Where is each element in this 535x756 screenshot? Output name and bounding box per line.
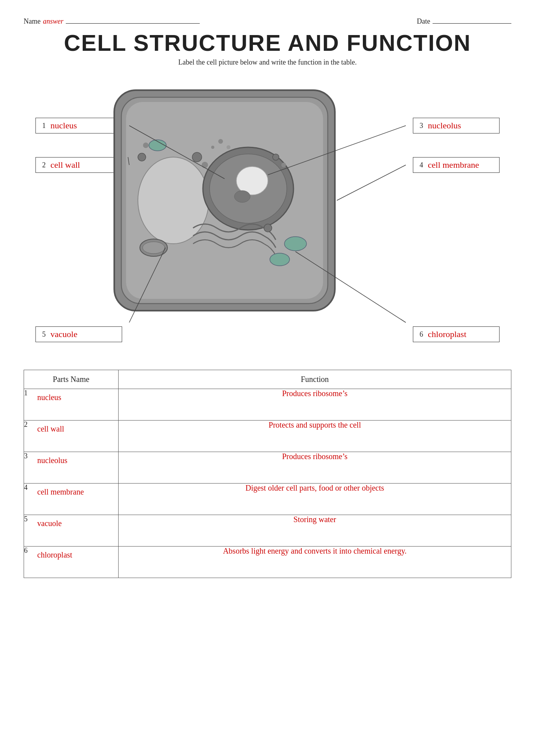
label-num-3: 3 [420, 122, 423, 130]
row-function-4: Digest older cell parts, food or other o… [119, 484, 511, 515]
row-function-2: Protects and supports the cell [119, 421, 511, 452]
row-num-3: 3 [24, 452, 36, 484]
row-name-3: nucleolus [37, 456, 68, 465]
svg-line-26 [337, 165, 406, 200]
name-underline [66, 16, 200, 24]
row-name-cell-1: nucleus [36, 389, 119, 421]
table-row: 2 cell wall Protects and supports the ce… [24, 421, 511, 452]
name-label: Name [24, 17, 41, 26]
svg-point-16 [143, 143, 149, 148]
date-underline [433, 16, 511, 24]
svg-point-21 [227, 145, 230, 149]
date-section: Date [417, 16, 511, 26]
label-box-2: 2 cell wall [35, 157, 122, 173]
svg-point-18 [270, 253, 290, 266]
label-box-4: 4 cell membrane [413, 157, 500, 173]
row-name-cell-4: cell membrane [36, 484, 119, 515]
svg-point-6 [236, 167, 268, 195]
svg-line-24 [128, 157, 129, 165]
label-num-2: 2 [42, 161, 46, 169]
svg-point-5 [210, 154, 287, 223]
page-subtitle: Label the cell picture below and write t… [24, 58, 511, 67]
svg-point-8 [140, 239, 167, 256]
header: Name answer Date [24, 16, 511, 26]
row-name-5: vacuole [37, 519, 62, 528]
col-header-function: Function [119, 370, 511, 389]
table-row: 5 vacuole Storing water [24, 515, 511, 547]
row-name-cell-5: vacuole [36, 515, 119, 547]
label-box-6: 6 chloroplast [413, 326, 500, 342]
svg-point-13 [273, 154, 279, 160]
row-function-6: Absorbs light energy and converts it int… [119, 547, 511, 578]
label-num-1: 1 [42, 122, 46, 130]
row-name-6: chloroplast [37, 550, 72, 559]
table-row: 1 nucleus Produces ribosome’s [24, 389, 511, 421]
row-name-4: cell membrane [37, 487, 84, 496]
label-box-1: 1 nucleus [35, 118, 122, 133]
table-row: 4 cell membrane Digest older cell parts,… [24, 484, 511, 515]
svg-rect-1 [121, 97, 328, 304]
label-text-3: nucleolus [428, 120, 461, 131]
name-section: Name answer [24, 16, 200, 26]
svg-point-10 [192, 152, 202, 162]
label-box-3: 3 nucleolus [413, 118, 500, 133]
row-function-1: Produces ribosome’s [119, 389, 511, 421]
col-header-name: Parts Name [24, 370, 119, 389]
page-title: CELL STRUCTURE AND FUNCTION [24, 30, 511, 56]
date-label: Date [417, 17, 430, 26]
row-name-1: nucleus [37, 393, 61, 402]
label-num-4: 4 [420, 161, 423, 169]
svg-point-22 [211, 146, 214, 149]
svg-point-15 [138, 153, 146, 161]
row-num-1: 1 [24, 389, 36, 421]
svg-point-4 [203, 147, 294, 230]
label-text-2: cell wall [50, 160, 80, 170]
row-name-2: cell wall [37, 424, 64, 433]
row-name-cell-2: cell wall [36, 421, 119, 452]
table-row: 3 nucleolus Produces ribosome’s [24, 452, 511, 484]
answer-text: answer [43, 17, 63, 26]
row-num-5: 5 [24, 515, 36, 547]
svg-line-28 [295, 252, 406, 322]
svg-line-25 [268, 126, 406, 175]
svg-point-3 [138, 157, 209, 244]
label-text-1: nucleus [50, 120, 77, 131]
label-box-5: 5 vacuole [35, 326, 122, 342]
table-row: 6 chloroplast Absorbs light energy and c… [24, 547, 511, 578]
row-num-2: 2 [24, 421, 36, 452]
row-name-cell-3: nucleolus [36, 452, 119, 484]
row-function-3: Produces ribosome’s [119, 452, 511, 484]
svg-line-27 [129, 248, 165, 322]
svg-point-17 [284, 237, 307, 251]
label-text-4: cell membrane [428, 160, 479, 170]
diagram-container: 1 nucleus 2 cell wall 3 nucleolus 4 cell… [24, 78, 511, 354]
svg-point-12 [264, 224, 272, 232]
svg-point-20 [218, 139, 223, 144]
svg-line-23 [129, 126, 225, 179]
row-num-4: 4 [24, 484, 36, 515]
label-num-5: 5 [42, 330, 46, 339]
label-text-6: chloroplast [428, 329, 466, 339]
label-num-6: 6 [420, 330, 423, 339]
row-num-6: 6 [24, 547, 36, 578]
label-text-5: vacuole [50, 329, 77, 339]
svg-point-19 [149, 140, 166, 151]
svg-point-9 [143, 242, 165, 254]
svg-rect-2 [126, 102, 323, 299]
row-function-5: Storing water [119, 515, 511, 547]
data-table: Parts Name Function 1 nucleus Produces r… [24, 370, 511, 578]
svg-point-7 [234, 191, 250, 202]
table-section: Parts Name Function 1 nucleus Produces r… [24, 370, 511, 578]
svg-rect-0 [114, 90, 335, 311]
svg-point-11 [202, 162, 208, 168]
row-name-cell-6: chloroplast [36, 547, 119, 578]
svg-point-14 [281, 163, 286, 167]
